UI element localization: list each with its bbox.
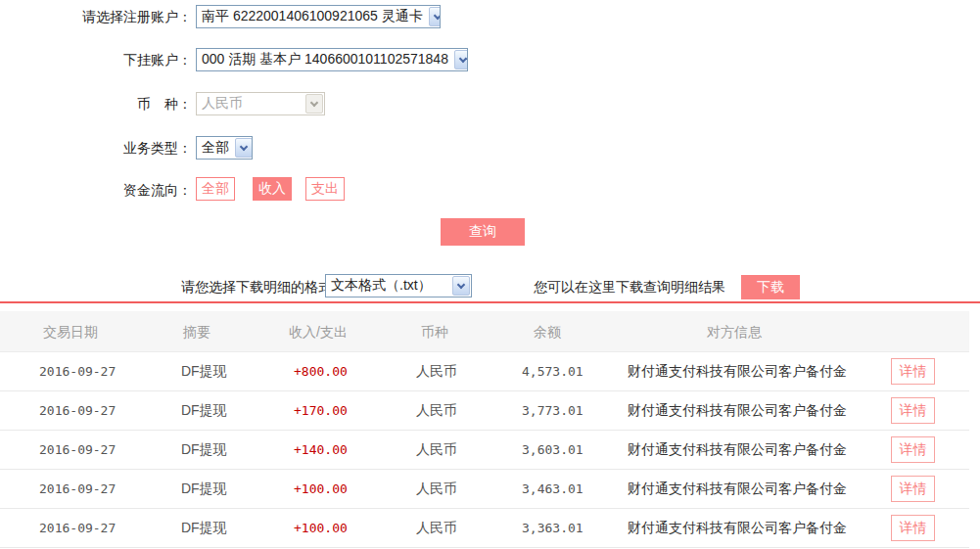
cell-counterparty: 财付通支付科技有限公司客户备付金 (628, 470, 847, 508)
cell-summary: DF提现 (181, 352, 227, 390)
table-row: 2016-09-27 DF提现 +140.00 人民币 3,603.01 财付通… (0, 431, 969, 470)
detail-button[interactable]: 详情 (891, 358, 935, 385)
cell-summary: DF提现 (181, 391, 227, 430)
cell-currency: 人民币 (416, 352, 457, 390)
download-format-value: 文本格式（.txt） (331, 277, 432, 295)
cell-counterparty: 财付通支付科技有限公司客户备付金 (628, 391, 847, 430)
header-income-expense: 收入/支出 (289, 311, 348, 352)
table-row: 2016-09-27 DF提现 +800.00 人民币 4,573.01 财付通… (0, 352, 969, 391)
dropdown-arrow-icon (305, 94, 323, 114)
cell-balance: 3,463.01 (522, 470, 583, 508)
download-hint: 您可以在这里下载查询明细结果 (534, 279, 725, 297)
business-type-value: 全部 (202, 139, 229, 157)
cell-amount: +100.00 (294, 470, 348, 508)
header-currency: 币种 (421, 311, 448, 352)
currency-select: 人民币 (196, 92, 325, 115)
cell-counterparty: 财付通支付科技有限公司客户备付金 (628, 352, 847, 390)
header-balance: 余额 (534, 311, 561, 352)
query-button[interactable]: 查询 (441, 218, 525, 246)
dropdown-arrow-icon (429, 7, 441, 26)
cell-balance: 3,363.01 (522, 509, 583, 547)
cell-amount: +100.00 (294, 509, 348, 547)
table-row: 2016-09-27 DF提现 +100.00 人民币 3,363.01 财付通… (0, 509, 969, 548)
cell-date: 2016-09-27 (39, 352, 116, 390)
fund-direction-expense-button[interactable]: 支出 (305, 177, 345, 201)
table-row: 2016-09-27 DF提现 +100.00 人民币 3,463.01 财付通… (0, 470, 969, 509)
download-button[interactable]: 下载 (741, 275, 800, 299)
fund-direction-label: 资金流向： (0, 182, 192, 200)
detail-button[interactable]: 详情 (891, 515, 935, 541)
header-summary: 摘要 (183, 311, 210, 352)
download-format-label: 请您选择下载明细的格式 (181, 279, 332, 297)
cell-counterparty: 财付通支付科技有限公司客户备付金 (628, 431, 847, 469)
detail-button[interactable]: 详情 (891, 397, 935, 424)
cell-balance: 3,603.01 (522, 431, 583, 469)
cell-amount: +140.00 (294, 431, 348, 469)
fund-direction-all-button[interactable]: 全部 (196, 177, 235, 201)
cell-date: 2016-09-27 (39, 509, 116, 547)
cell-currency: 人民币 (416, 431, 457, 469)
business-type-select[interactable]: 全部 (196, 136, 253, 160)
cell-summary: DF提现 (181, 470, 227, 508)
registered-account-value: 南平 6222001406100921065 灵通卡 (202, 8, 423, 25)
dropdown-arrow-icon (454, 50, 468, 69)
header-counterparty: 对方信息 (707, 311, 762, 352)
cell-balance: 3,773.01 (522, 391, 583, 430)
table-row: 2016-09-27 DF提现 +170.00 人民币 3,773.01 财付通… (0, 391, 969, 431)
cell-summary: DF提现 (181, 431, 227, 469)
sub-account-value: 000 活期 基本户 1406600101102571848 (202, 51, 448, 69)
cell-date: 2016-09-27 (39, 470, 116, 508)
cell-balance: 4,573.01 (522, 352, 583, 390)
header-transaction-date: 交易日期 (43, 311, 98, 352)
cell-date: 2016-09-27 (39, 431, 116, 469)
cell-summary: DF提现 (181, 509, 227, 547)
cell-amount: +800.00 (294, 352, 348, 390)
registered-account-label: 请选择注册账户： (0, 9, 192, 26)
detail-button[interactable]: 详情 (891, 436, 935, 463)
registered-account-select[interactable]: 南平 6222001406100921065 灵通卡 (196, 5, 441, 28)
detail-button[interactable]: 详情 (891, 476, 935, 502)
cell-currency: 人民币 (416, 470, 457, 508)
sub-account-select[interactable]: 000 活期 基本户 1406600101102571848 (196, 48, 468, 71)
currency-value: 人民币 (202, 95, 243, 113)
fund-direction-income-button[interactable]: 收入 (253, 177, 292, 201)
transaction-query-page: 请选择注册账户： 南平 6222001406100921065 灵通卡 下挂账户… (0, 0, 980, 549)
cell-amount: +170.00 (294, 391, 348, 430)
sub-account-label: 下挂账户： (0, 52, 192, 69)
cell-date: 2016-09-27 (39, 391, 116, 430)
cell-counterparty: 财付通支付科技有限公司客户备付金 (628, 509, 847, 547)
currency-label: 币 种： (0, 96, 192, 114)
download-format-select[interactable]: 文本格式（.txt） (325, 274, 472, 297)
dropdown-arrow-icon (235, 138, 253, 158)
business-type-label: 业务类型： (0, 140, 192, 158)
cell-currency: 人民币 (416, 391, 457, 430)
cell-currency: 人民币 (416, 509, 457, 547)
red-divider (0, 301, 980, 303)
dropdown-arrow-icon (452, 276, 470, 296)
table-header-row: 交易日期 摘要 收入/支出 币种 余额 对方信息 (0, 311, 969, 352)
